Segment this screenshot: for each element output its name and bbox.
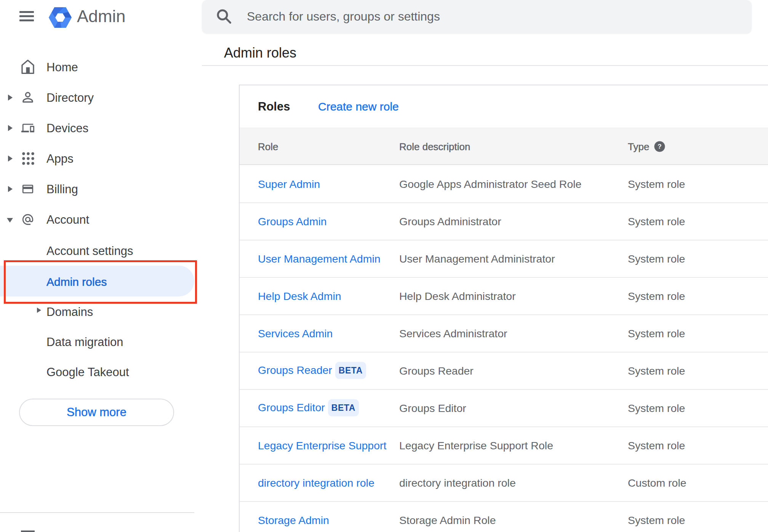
svg-text:?: ? xyxy=(658,143,661,150)
